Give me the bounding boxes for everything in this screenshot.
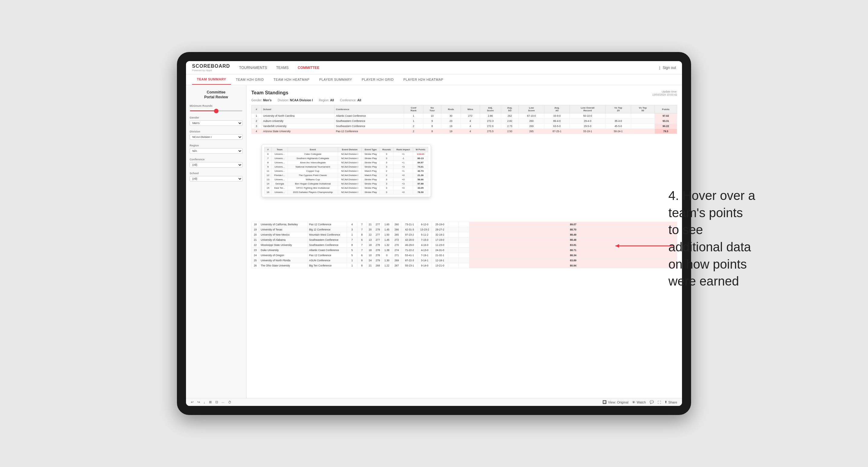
tooltip-cell: 3 (380, 152, 394, 156)
cell-vs-top50 (459, 263, 469, 268)
tooltip-popup: # Team Event Event Division Event Type R… (261, 144, 431, 197)
school-select[interactable]: (All) (190, 176, 243, 182)
tab-team-h2h-grid[interactable]: TEAM H2H GRID (231, 74, 269, 85)
cell-school: University of Oregon (259, 253, 308, 258)
comment-button[interactable]: 💬 (650, 400, 654, 404)
cell-conf-rank: 5 (347, 248, 358, 253)
view-icon: 🔲 (602, 400, 607, 404)
cell-avg-all: 6-12-0 (418, 222, 432, 227)
nav-committee[interactable]: COMMITTEE (298, 64, 319, 71)
cell-wins: 268 (374, 263, 382, 268)
tooltip-col-team: Team (272, 147, 288, 152)
tooltip-cell: Cabo Collegiate (288, 152, 338, 156)
main-nav: TOURNAMENTS TEAMS COMMITTEE (239, 64, 659, 71)
cell-conf: Pac-12 Conference (308, 253, 347, 258)
download-button[interactable]: ↓ (204, 401, 205, 404)
more-button[interactable]: ··· (222, 401, 224, 404)
grid-button[interactable]: ⊞ (209, 400, 212, 404)
share-button[interactable]: ⬆ Share (664, 400, 677, 404)
cell-points[interactable]: 93.31 (654, 119, 677, 124)
timer-button[interactable]: ⏱ (228, 401, 231, 404)
cell-vs-top25 (606, 114, 631, 119)
min-rounds-slider[interactable] (190, 111, 243, 111)
sidebar-conference: Conference (All) (190, 158, 243, 167)
cell-points[interactable]: 88.48 (469, 238, 677, 243)
conference-select[interactable]: (All) (190, 162, 243, 167)
cell-points[interactable]: 89.07 (469, 222, 677, 227)
cell-wins: 277 (374, 232, 382, 238)
cell-vs-top50 (459, 227, 469, 232)
nav-tournaments[interactable]: TOURNAMENTS (239, 64, 267, 71)
tab-player-h2h-grid[interactable]: PLAYER H2H GRID (357, 74, 399, 85)
sign-out-button[interactable]: Sign out (663, 64, 676, 71)
tab-team-summary[interactable]: TEAM SUMMARY (192, 74, 231, 85)
cell-vs-top50 (459, 258, 469, 263)
col-rnds: Rnds (441, 105, 461, 114)
cell-vs-top50 (631, 129, 654, 134)
col-adj-score: Adj.Score (480, 105, 501, 114)
nav-teams[interactable]: TEAMS (276, 64, 288, 71)
region-select[interactable]: N/A (190, 148, 243, 154)
cell-low-overall: 24-31-0 (432, 248, 448, 253)
cell-wins: 4 (461, 119, 480, 124)
cell-vs-top25 (448, 258, 459, 263)
cell-wins: 4 (461, 129, 480, 134)
filter-region-value: All (330, 99, 334, 102)
cell-no-tour: 7 (358, 248, 367, 253)
cell-avg-all: 9-14-0 (418, 263, 432, 268)
cell-rank: 25 (252, 258, 259, 263)
cell-vs-top25 (448, 222, 459, 227)
filter-conference: Conference: All (340, 99, 361, 102)
cell-rank: 3 (252, 124, 261, 129)
copy-button[interactable]: ⊡ (215, 400, 218, 404)
app-logo: SCOREBOARD (192, 64, 230, 69)
tooltip-cell: Amer Arc Intercollegiate (288, 161, 338, 165)
cell-school: University of Texas (259, 227, 308, 232)
sidebar-min-rounds-label: Minimum Rounds (190, 104, 243, 107)
tooltip-col-event: Event (288, 147, 338, 152)
tooltip-cell: 15 (265, 186, 272, 190)
fullscreen-button[interactable]: ⛶ (657, 401, 661, 404)
cell-points[interactable]: 80.94 (469, 263, 677, 268)
cell-conf: Big Ten Conference (308, 263, 347, 268)
redo-button[interactable]: ↪ (197, 400, 200, 404)
cell-conf-rank: 5 (347, 253, 358, 258)
tooltip-cell: NCAA Division I (338, 169, 362, 173)
view-original-button[interactable]: 🔲 View: Original (602, 400, 628, 404)
tab-player-h2h-heatmap[interactable]: PLAYER H2H HEATMAP (399, 74, 448, 85)
cell-points[interactable]: 90.22 (654, 124, 677, 129)
col-points: Points (654, 105, 677, 114)
undo-button[interactable]: ↩ (191, 400, 193, 404)
cell-points[interactable]: 88.34 (469, 253, 677, 258)
tooltip-cell: 2 (380, 173, 394, 178)
filter-division: Division: NCAA Division I (278, 99, 313, 102)
tooltip-cell: +3 (394, 182, 413, 186)
cell-points-highlighted[interactable]: 79.5 (654, 129, 677, 134)
filter-conference-label: Conference: (340, 99, 357, 102)
division-select[interactable]: NCAA Division I (190, 134, 243, 140)
cell-points[interactable]: 88.49 (469, 232, 677, 238)
view-label: View: Original (608, 401, 628, 404)
cell-conf: Southeastern Conference (334, 119, 404, 124)
cell-rnds: 20 (367, 227, 374, 232)
tooltip-row: 7 Univers... Southern Highlands Collegia… (265, 156, 428, 161)
cell-rnds: 23 (441, 119, 461, 124)
cell-points[interactable]: 97.02 (654, 114, 677, 119)
cell-points[interactable]: 83.89 (469, 258, 677, 263)
cell-wins: 278 (374, 243, 382, 248)
cell-adj-score: 272.3 (480, 119, 501, 124)
tab-player-summary[interactable]: PLAYER SUMMARY (314, 74, 357, 85)
cell-points[interactable]: 88.70 (469, 227, 677, 232)
cell-low-score: 46-29-0 (401, 243, 418, 248)
cell-rnds: 19 (441, 124, 461, 129)
tab-team-h2h-heatmap[interactable]: TEAM H2H HEATMAP (269, 74, 314, 85)
cell-rnds: 21 (367, 222, 374, 227)
gender-select[interactable]: Men's Women's (190, 120, 243, 126)
watch-button[interactable]: 👁 Watch (632, 401, 646, 404)
content-area: Team Standings Update time:13/03/2024 10… (247, 85, 682, 398)
cell-rank: 2 (252, 119, 261, 124)
filter-division-label: Division: (278, 99, 290, 102)
cell-low-score: 87-22-3 (401, 258, 418, 263)
cell-low-overall: 21-32-1 (432, 253, 448, 258)
filter-region: Region: All (319, 99, 334, 102)
